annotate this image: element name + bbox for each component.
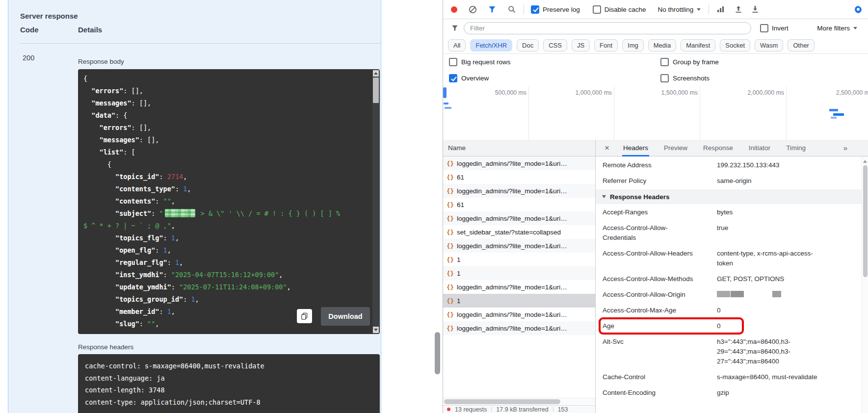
tab-headers[interactable]: Headers [622, 140, 649, 156]
group-by-frame-label[interactable]: Group by frame [673, 58, 719, 66]
timeline-gridline [528, 86, 529, 140]
request-row[interactable]: {}loggedin_admins/?lite_mode=1&uri… [443, 156, 595, 170]
more-tabs-icon[interactable]: » [843, 144, 847, 152]
request-row[interactable]: {}61 [443, 198, 595, 211]
request-row[interactable]: {}1 [443, 266, 595, 280]
network-overview-timeline[interactable]: 500,000 ms1,000,000 ms1,500,000 ms2,000,… [443, 86, 868, 140]
disable-cache-checkbox[interactable] [593, 5, 601, 14]
settings-gear-icon [854, 5, 863, 14]
header-name: Referrer Policy [603, 176, 698, 186]
request-name: 61 [457, 201, 464, 208]
request-row[interactable]: {}loggedin_admins/?lite_mode=1&uri… [443, 280, 595, 294]
name-column-header[interactable]: Name [443, 140, 595, 156]
request-row[interactable]: {}loggedin_admins/?lite_mode=1&uri… [443, 239, 595, 253]
download-button[interactable]: Download [321, 307, 370, 326]
overview-selection-handle[interactable] [443, 87, 447, 98]
page-scrollbar-thumb[interactable] [435, 332, 440, 374]
scroll-up-button[interactable] [373, 70, 379, 77]
filter-chip-all[interactable]: All [448, 39, 466, 52]
tab-preview[interactable]: Preview [663, 140, 688, 156]
preserve-log-label[interactable]: Preserve log [543, 6, 580, 13]
invert-checkbox[interactable] [760, 24, 768, 32]
disable-cache-label[interactable]: Disable cache [605, 6, 646, 13]
code-scrollbar[interactable] [372, 70, 379, 334]
request-row[interactable]: {}1 [443, 253, 595, 266]
code-line: "messages": [], [83, 134, 367, 146]
request-row[interactable]: {}set_sidebar_state/?state=collapsed [443, 225, 595, 239]
filter-chip-doc[interactable]: Doc [517, 39, 539, 52]
scrollbar-thumb[interactable] [373, 77, 379, 103]
invert-label[interactable]: Invert [772, 25, 789, 32]
request-name: loggedin_admins/?lite_mode=1&uri… [457, 311, 567, 318]
filter-chip-js[interactable]: JS [572, 39, 590, 52]
status-divider [553, 407, 553, 412]
response-header-line: content-type: application/json;charset=U… [85, 396, 373, 409]
tab-response[interactable]: Response [702, 140, 734, 156]
settings-button[interactable] [853, 4, 863, 14]
filter-chip-socket[interactable]: Socket [720, 39, 750, 52]
request-row[interactable]: {}61 [443, 170, 595, 184]
import-har-icon [735, 5, 742, 13]
search-button[interactable] [507, 4, 517, 14]
throttling-select[interactable]: No throttling [658, 6, 701, 13]
header-row: Alt-Svch3=":443";ma=86400,h3-29=":443";m… [596, 334, 862, 369]
request-row[interactable]: {}loggedin_admins/?lite_mode=1&uri… [443, 184, 595, 198]
details-scrollbar-thumb[interactable] [863, 165, 868, 277]
filter-chip-img[interactable]: Img [622, 39, 644, 52]
request-name: 1 [457, 297, 461, 305]
filter-chip-manifest[interactable]: Manifest [681, 39, 715, 52]
request-row[interactable]: {}loggedin_admins/?lite_mode=1&uri… [443, 321, 595, 335]
screenshots-label[interactable]: Screenshots [673, 75, 710, 82]
request-row[interactable]: {}1 [443, 294, 595, 308]
group-by-frame-checkbox[interactable] [660, 58, 669, 66]
response-headers-section-header[interactable]: Response Headers [596, 189, 862, 204]
request-row[interactable]: {}loggedin_admins/?lite_mode=1&uri… [443, 211, 595, 225]
big-request-rows-label[interactable]: Big request rows [461, 58, 511, 66]
overview-label[interactable]: Overview [461, 75, 489, 82]
filter-toggle-button[interactable] [487, 4, 497, 14]
close-details-icon[interactable]: × [603, 143, 611, 153]
screenshots-checkbox[interactable] [660, 74, 669, 82]
record-network-log-button[interactable] [449, 4, 459, 14]
header-name: Access-Control-Allow-Credentials [603, 223, 698, 243]
filter-chip-media[interactable]: Media [648, 39, 676, 52]
request-row[interactable]: {}loggedin_admins/?lite_mode=1&uri… [443, 308, 595, 321]
clear-icon [469, 5, 477, 14]
tab-initiator[interactable]: Initiator [748, 140, 771, 156]
copy-to-clipboard-button[interactable] [297, 309, 312, 323]
fetch-xhr-icon: {} [447, 229, 454, 236]
header-name: Access-Control-Allow-Headers [603, 249, 698, 268]
header-value: content-type, x-rcms-api-access-token [717, 249, 821, 268]
filter-chip-css[interactable]: CSS [543, 39, 567, 52]
request-name: loggedin_admins/?lite_mode=1&uri… [457, 187, 567, 195]
filter-chip-wasm[interactable]: Wasm [755, 39, 783, 52]
filter-chip-other[interactable]: Other [788, 39, 815, 52]
horizontal-scrollbar[interactable] [443, 398, 595, 405]
timeline-tick-label: 1,000,000 ms [575, 89, 612, 96]
big-request-rows-checkbox[interactable] [449, 58, 457, 66]
more-filters-button[interactable]: More filters [817, 25, 857, 32]
response-body-code[interactable]: { "errors": [], "messages": [], "data": … [78, 69, 380, 334]
api-docs-panel: Server response Code Details 200 Respons… [0, 0, 443, 413]
horizontal-scrollbar-thumb[interactable] [444, 399, 560, 404]
network-conditions-button[interactable] [716, 4, 726, 14]
fetch-xhr-icon: {} [447, 256, 454, 263]
page-scrollbar[interactable] [434, 0, 441, 413]
header-value: gzip [717, 388, 821, 398]
scroll-down-button[interactable] [373, 327, 379, 333]
header-row: Referrer Policysame-origin [596, 173, 862, 189]
filter-chip-fetch-xhr[interactable]: Fetch/XHR [470, 39, 512, 52]
fetch-xhr-icon: {} [447, 325, 454, 332]
import-har-button[interactable] [734, 4, 743, 14]
preserve-log-checkbox[interactable] [531, 5, 539, 14]
tab-timing[interactable]: Timing [785, 140, 807, 156]
filter-chip-font[interactable]: Font [594, 39, 618, 52]
header-row: Access-Control-Allow-MethodsGET, POST, O… [596, 271, 862, 287]
overview-checkbox[interactable] [449, 74, 457, 82]
export-har-button[interactable] [750, 4, 760, 14]
clear-network-log-button[interactable] [468, 4, 477, 14]
code-line: "contents_type": 1, [83, 183, 367, 195]
filter-input[interactable] [464, 22, 751, 34]
redacted-value-block [772, 291, 781, 297]
details-scrollbar[interactable] [862, 156, 868, 413]
